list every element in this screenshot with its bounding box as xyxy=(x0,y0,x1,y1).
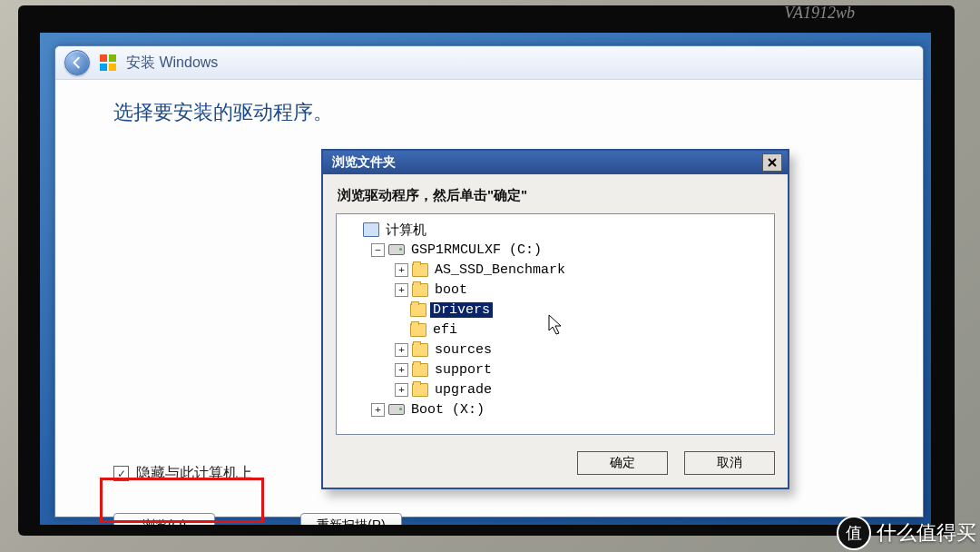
close-icon xyxy=(767,157,778,168)
tree-node-label[interactable]: GSP1RMCULXF (C:) xyxy=(408,242,544,258)
tree-node-label[interactable]: efi xyxy=(430,322,460,338)
folder-icon xyxy=(412,342,428,357)
tree-node-label[interactable]: boot xyxy=(432,282,470,298)
arrow-left-icon xyxy=(71,56,83,69)
computer-icon xyxy=(363,222,379,237)
svg-rect-0 xyxy=(100,54,107,62)
tree-node[interactable]: Drivers xyxy=(340,300,770,320)
tree-node-label[interactable]: sources xyxy=(432,342,495,358)
tree-node[interactable]: +boot xyxy=(340,280,770,300)
expand-icon[interactable]: + xyxy=(395,363,408,377)
tree-node[interactable]: +AS_SSD_Benchmark xyxy=(340,260,770,280)
expand-spacer xyxy=(395,304,407,316)
tree-node[interactable]: +Boot (X:) xyxy=(340,399,770,419)
svg-rect-1 xyxy=(109,54,116,62)
site-watermark: 值 什么值得买 xyxy=(837,516,976,550)
folder-icon xyxy=(412,382,428,397)
dialog-instruction: 浏览驱动程序，然后单击"确定" xyxy=(323,174,788,213)
tree-node[interactable]: −GSP1RMCULXF (C:) xyxy=(340,240,770,260)
tree-node-label[interactable]: support xyxy=(432,362,495,378)
tree-node[interactable]: 计算机 xyxy=(340,220,770,240)
windows-logo-icon xyxy=(99,54,117,72)
watermark-text: 什么值得买 xyxy=(877,519,976,547)
dialog-titlebar: 浏览文件夹 xyxy=(323,151,788,174)
folder-icon xyxy=(412,362,428,377)
dialog-button-row: 确定 取消 xyxy=(323,446,788,488)
expand-icon[interactable]: + xyxy=(395,383,408,397)
expand-icon[interactable]: + xyxy=(395,263,408,277)
tree-node-label[interactable]: upgrade xyxy=(432,382,495,398)
expand-icon[interactable]: + xyxy=(395,283,408,297)
tree-node[interactable]: +support xyxy=(340,360,770,380)
dialog-title: 浏览文件夹 xyxy=(332,154,396,171)
expand-icon[interactable]: + xyxy=(395,343,408,357)
annotation-highlight-box xyxy=(100,478,264,523)
drive-icon xyxy=(388,402,405,417)
folder-tree[interactable]: 计算机−GSP1RMCULXF (C:)+AS_SSD_Benchmark+bo… xyxy=(336,213,775,435)
window-title: 安装 Windows xyxy=(126,54,218,73)
close-button[interactable] xyxy=(762,153,782,172)
expand-spacer xyxy=(348,224,359,236)
folder-icon xyxy=(412,262,428,277)
cancel-button[interactable]: 取消 xyxy=(684,451,775,475)
folder-icon xyxy=(412,282,428,297)
svg-rect-2 xyxy=(100,64,107,71)
titlebar: 安装 Windows xyxy=(55,46,923,80)
monitor-bezel: VA1912wb 安装 Windows 选择要安装的驱动程序。 ✓ xyxy=(18,5,955,536)
tree-node-label[interactable]: Boot (X:) xyxy=(408,402,487,418)
tree-node-label[interactable]: Drivers xyxy=(430,302,493,318)
tree-node[interactable]: efi xyxy=(340,320,770,340)
svg-rect-3 xyxy=(109,64,116,71)
tree-node[interactable]: +sources xyxy=(340,340,770,360)
tree-node-label[interactable]: AS_SSD_Benchmark xyxy=(432,262,568,278)
screen: 安装 Windows 选择要安装的驱动程序。 ✓ 隐藏与此计算机上 浏览(O) … xyxy=(40,33,931,525)
expand-icon[interactable]: + xyxy=(371,403,385,417)
expand-spacer xyxy=(395,324,407,336)
watermark-badge-icon: 值 xyxy=(837,516,871,550)
collapse-icon[interactable]: − xyxy=(371,243,385,257)
drive-icon xyxy=(388,242,405,257)
rescan-button[interactable]: 重新扫描(R) xyxy=(300,513,402,525)
browse-folder-dialog: 浏览文件夹 浏览驱动程序，然后单击"确定" 计算机−GSP1RMCULXF (C… xyxy=(321,149,789,489)
folder-icon xyxy=(410,302,426,317)
page-instruction: 选择要安装的驱动程序。 xyxy=(113,99,865,126)
ok-button[interactable]: 确定 xyxy=(577,451,668,475)
back-button[interactable] xyxy=(64,50,90,75)
tree-node-label[interactable]: 计算机 xyxy=(383,222,429,239)
monitor-brand-label: VA1912wb xyxy=(784,4,855,23)
tree-node[interactable]: +upgrade xyxy=(340,380,770,399)
folder-icon xyxy=(410,322,426,337)
